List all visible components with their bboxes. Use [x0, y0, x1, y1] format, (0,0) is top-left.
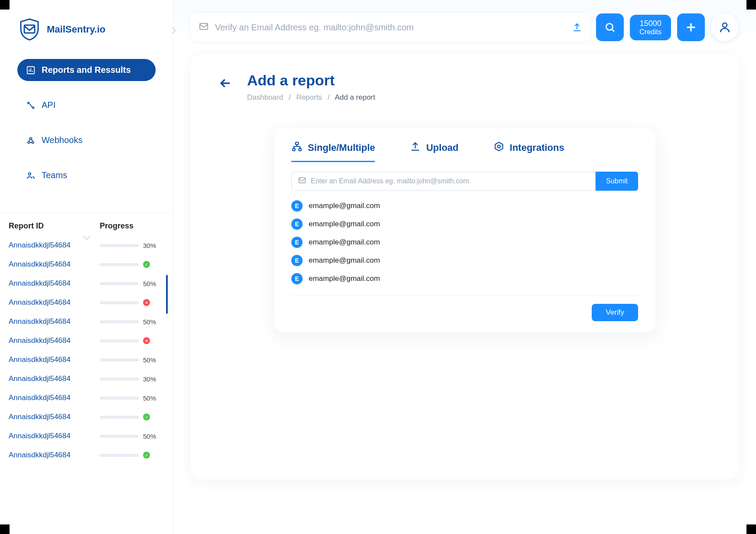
progress-bar: [100, 435, 139, 438]
shield-mail-icon: [17, 17, 42, 42]
report-id-header: Report ID: [9, 221, 100, 231]
sidebar-item-teams[interactable]: Teams: [17, 164, 156, 186]
progress-bar: [100, 282, 139, 285]
credits-number: 15000: [639, 19, 662, 28]
integration-icon: [493, 141, 505, 155]
report-panel: Report ID Progress Annaisdkkdjl5468430%A…: [0, 212, 173, 465]
search-bar[interactable]: [191, 13, 590, 42]
sidebar-item-label: API: [42, 100, 55, 110]
email-item[interactable]: Eemample@gmail.com: [291, 233, 638, 251]
progress-bar: [100, 378, 139, 381]
user-avatar[interactable]: [711, 13, 739, 41]
crumb-dashboard[interactable]: Dashboard: [247, 93, 283, 101]
sitemap-icon: [291, 141, 303, 155]
report-id[interactable]: Annaisdkkdjl54684: [9, 336, 100, 345]
email-chip: E: [291, 237, 303, 248]
sidebar-item-label: Webhooks: [42, 135, 82, 145]
sidebar: MailSentry.io Reports and RessultsAPIWeb…: [0, 0, 173, 534]
credits-badge[interactable]: 15000 Credits: [630, 15, 671, 40]
report-row[interactable]: Annaisdkkdjl54684✓: [0, 255, 173, 274]
report-row[interactable]: Annaisdkkdjl5468450%: [0, 427, 173, 446]
tab-integrations[interactable]: Integrations: [493, 141, 564, 162]
report-row[interactable]: Annaisdkkdjl54684✕: [0, 293, 173, 312]
verify-button[interactable]: Verify: [592, 304, 638, 321]
sidebar-item-webhooks[interactable]: Webhooks: [17, 129, 156, 151]
add-button[interactable]: [677, 13, 705, 41]
sidebar-item-label: Teams: [42, 170, 67, 180]
svg-rect-0: [24, 25, 35, 33]
report-id[interactable]: Annaisdkkdjl54684: [9, 279, 100, 288]
back-button[interactable]: [217, 75, 234, 92]
tab-label: Integrations: [510, 142, 564, 153]
svg-point-10: [30, 137, 32, 140]
upload-icon[interactable]: [572, 22, 582, 33]
sidebar-item-reports-and-ressults[interactable]: Reports and Ressults: [17, 59, 156, 81]
report-id[interactable]: Annaisdkkdjl54684: [9, 432, 100, 440]
email-address: emample@gmail.com: [309, 202, 380, 210]
sidebar-item-api[interactable]: API: [17, 94, 156, 116]
email-address: emample@gmail.com: [309, 238, 380, 247]
search-button[interactable]: [596, 13, 624, 41]
credits-label: Credits: [639, 28, 662, 36]
progress-percent: 50%: [143, 318, 156, 326]
svg-rect-16: [293, 148, 295, 150]
submit-button[interactable]: Submit: [596, 172, 638, 191]
upload-icon: [410, 141, 421, 155]
report-row[interactable]: Annaisdkkdjl5468450%: [0, 388, 173, 407]
tabs: Single/MultipleUploadIntegrations: [291, 141, 638, 162]
main: 15000 Credits Add a report Dashboard /: [173, 0, 756, 534]
tab-single-multiple[interactable]: Single/Multiple: [291, 141, 375, 162]
team-icon: [26, 171, 36, 180]
email-item[interactable]: Eemample@gmail.com: [291, 270, 638, 288]
report-id[interactable]: Annaisdkkdjl54684: [9, 394, 100, 402]
svg-point-2: [38, 25, 39, 26]
sidebar-toggle-icon[interactable]: [171, 26, 178, 36]
add-report-form: Single/MultipleUploadIntegrations Submit…: [274, 128, 655, 332]
content-card: Add a report Dashboard / Reports / Add a…: [191, 55, 739, 479]
report-row[interactable]: Annaisdkkdjl54684✓: [0, 446, 173, 465]
corner-marker: [746, 524, 756, 534]
email-input[interactable]: [311, 177, 589, 185]
topbar: 15000 Credits: [191, 13, 739, 42]
progress-percent: 30%: [143, 375, 156, 383]
email-input-wrapper[interactable]: [291, 172, 596, 191]
report-row[interactable]: Annaisdkkdjl54684✕: [0, 331, 173, 350]
report-row[interactable]: Annaisdkkdjl54684✓: [0, 407, 173, 427]
tab-label: Upload: [426, 142, 459, 153]
progress-bar: [100, 358, 139, 361]
report-id[interactable]: Annaisdkkdjl54684: [9, 317, 100, 326]
report-id[interactable]: Annaisdkkdjl54684: [9, 260, 100, 269]
progress-percent: 50%: [143, 394, 156, 402]
chevron-down-icon[interactable]: [82, 235, 91, 243]
email-item[interactable]: Eemample@gmail.com: [291, 215, 638, 233]
svg-rect-15: [296, 142, 299, 144]
report-id[interactable]: Annaisdkkdjl54684: [9, 355, 100, 364]
search-input[interactable]: [215, 23, 572, 33]
svg-point-4: [37, 33, 38, 34]
progress-percent: 50%: [143, 280, 156, 287]
corner-marker: [0, 0, 10, 10]
corner-marker: [0, 524, 10, 534]
report-id[interactable]: Annaisdkkdjl54684: [9, 298, 100, 307]
webhook-icon: [26, 136, 36, 145]
report-row[interactable]: Annaisdkkdjl5468450%: [0, 312, 173, 331]
report-row[interactable]: Annaisdkkdjl5468430%: [0, 369, 173, 388]
email-item[interactable]: Eemample@gmail.com: [291, 251, 638, 270]
crumb-reports[interactable]: Reports: [296, 93, 322, 101]
email-address: emample@gmail.com: [309, 256, 380, 265]
report-id[interactable]: Annaisdkkdjl54684: [9, 451, 100, 459]
email-item[interactable]: Eemample@gmail.com: [291, 197, 638, 215]
brand[interactable]: MailSentry.io: [0, 9, 173, 55]
svg-point-3: [21, 33, 23, 34]
report-id[interactable]: Annaisdkkdjl54684: [9, 413, 100, 421]
email-chip: E: [291, 200, 303, 212]
divider: [291, 296, 638, 296]
scrollbar[interactable]: [166, 275, 168, 314]
close-icon: ✕: [143, 299, 150, 306]
report-row[interactable]: Annaisdkkdjl5468450%: [0, 350, 173, 369]
nav: Reports and RessultsAPIWebhooksTeams: [0, 55, 173, 212]
report-id[interactable]: Annaisdkkdjl54684: [9, 374, 100, 383]
report-row[interactable]: Annaisdkkdjl5468450%: [0, 274, 173, 293]
tab-upload[interactable]: Upload: [410, 141, 459, 162]
svg-rect-17: [299, 148, 301, 150]
